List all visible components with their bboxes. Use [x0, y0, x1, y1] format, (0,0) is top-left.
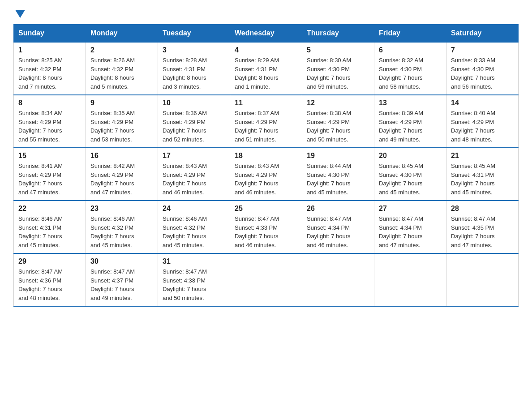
calendar-week-row: 15Sunrise: 8:41 AMSunset: 4:29 PMDayligh… [14, 148, 519, 201]
calendar-cell: 25Sunrise: 8:47 AMSunset: 4:33 PMDayligh… [230, 201, 302, 253]
day-info: Sunrise: 8:44 AMSunset: 4:30 PMDaylight:… [307, 162, 369, 197]
day-number: 21 [451, 152, 514, 160]
logo-triangle-icon [15, 10, 25, 18]
day-number: 12 [307, 99, 369, 107]
day-info: Sunrise: 8:42 AMSunset: 4:29 PMDaylight:… [90, 162, 153, 197]
calendar-cell: 21Sunrise: 8:45 AMSunset: 4:31 PMDayligh… [446, 148, 519, 201]
day-info: Sunrise: 8:47 AMSunset: 4:37 PMDaylight:… [90, 267, 153, 302]
day-info: Sunrise: 8:45 AMSunset: 4:31 PMDaylight:… [451, 162, 514, 197]
day-info: Sunrise: 8:47 AMSunset: 4:38 PMDaylight:… [163, 267, 225, 302]
day-number: 22 [18, 205, 81, 213]
calendar-header-row: SundayMondayTuesdayWednesdayThursdayFrid… [14, 25, 519, 43]
svg-marker-0 [15, 10, 25, 18]
calendar-cell [230, 253, 302, 306]
day-info: Sunrise: 8:35 AMSunset: 4:29 PMDaylight:… [90, 109, 153, 144]
day-number: 3 [163, 46, 225, 54]
calendar-cell: 14Sunrise: 8:40 AMSunset: 4:29 PMDayligh… [446, 95, 519, 148]
day-info: Sunrise: 8:47 AMSunset: 4:34 PMDaylight:… [379, 214, 442, 249]
calendar-cell: 17Sunrise: 8:43 AMSunset: 4:29 PMDayligh… [158, 148, 230, 201]
calendar-cell: 29Sunrise: 8:47 AMSunset: 4:36 PMDayligh… [14, 253, 86, 306]
day-number: 9 [90, 99, 153, 107]
calendar-cell: 20Sunrise: 8:45 AMSunset: 4:30 PMDayligh… [374, 148, 446, 201]
calendar-cell: 6Sunrise: 8:32 AMSunset: 4:30 PMDaylight… [374, 42, 446, 95]
calendar-week-row: 22Sunrise: 8:46 AMSunset: 4:31 PMDayligh… [14, 201, 519, 253]
header-monday: Monday [86, 25, 158, 43]
calendar-cell: 8Sunrise: 8:34 AMSunset: 4:29 PMDaylight… [14, 95, 86, 148]
calendar-cell: 1Sunrise: 8:25 AMSunset: 4:32 PMDaylight… [14, 42, 86, 95]
calendar-cell [446, 253, 519, 306]
day-number: 18 [235, 152, 297, 160]
day-number: 6 [379, 46, 442, 54]
day-info: Sunrise: 8:37 AMSunset: 4:29 PMDaylight:… [235, 109, 297, 144]
day-number: 24 [163, 205, 225, 213]
calendar-week-row: 29Sunrise: 8:47 AMSunset: 4:36 PMDayligh… [14, 253, 519, 306]
day-info: Sunrise: 8:34 AMSunset: 4:29 PMDaylight:… [18, 109, 81, 144]
day-info: Sunrise: 8:33 AMSunset: 4:30 PMDaylight:… [451, 56, 514, 91]
calendar-cell: 2Sunrise: 8:26 AMSunset: 4:32 PMDaylight… [86, 42, 158, 95]
calendar-cell: 4Sunrise: 8:29 AMSunset: 4:31 PMDaylight… [230, 42, 302, 95]
calendar-cell: 26Sunrise: 8:47 AMSunset: 4:34 PMDayligh… [302, 201, 374, 253]
day-number: 19 [307, 152, 369, 160]
header-thursday: Thursday [302, 25, 374, 43]
calendar-cell: 23Sunrise: 8:46 AMSunset: 4:32 PMDayligh… [86, 201, 158, 253]
day-number: 25 [235, 205, 297, 213]
calendar-cell: 13Sunrise: 8:39 AMSunset: 4:29 PMDayligh… [374, 95, 446, 148]
day-number: 27 [379, 205, 442, 213]
calendar-cell: 11Sunrise: 8:37 AMSunset: 4:29 PMDayligh… [230, 95, 302, 148]
day-number: 1 [18, 46, 81, 54]
day-info: Sunrise: 8:36 AMSunset: 4:29 PMDaylight:… [163, 109, 225, 144]
day-info: Sunrise: 8:43 AMSunset: 4:29 PMDaylight:… [163, 162, 225, 197]
day-number: 10 [163, 99, 225, 107]
day-number: 15 [18, 152, 81, 160]
day-info: Sunrise: 8:25 AMSunset: 4:32 PMDaylight:… [18, 56, 81, 91]
calendar-cell: 24Sunrise: 8:46 AMSunset: 4:32 PMDayligh… [158, 201, 230, 253]
logo [13, 9, 25, 20]
day-number: 7 [451, 46, 514, 54]
day-number: 30 [90, 257, 153, 265]
day-number: 28 [451, 205, 514, 213]
day-info: Sunrise: 8:46 AMSunset: 4:32 PMDaylight:… [163, 214, 225, 249]
calendar-week-row: 1Sunrise: 8:25 AMSunset: 4:32 PMDaylight… [14, 42, 519, 95]
day-number: 20 [379, 152, 442, 160]
calendar-cell: 3Sunrise: 8:28 AMSunset: 4:31 PMDaylight… [158, 42, 230, 95]
day-info: Sunrise: 8:28 AMSunset: 4:31 PMDaylight:… [163, 56, 225, 91]
calendar-cell: 12Sunrise: 8:38 AMSunset: 4:29 PMDayligh… [302, 95, 374, 148]
header-sunday: Sunday [14, 25, 86, 43]
calendar-week-row: 8Sunrise: 8:34 AMSunset: 4:29 PMDaylight… [14, 95, 519, 148]
day-info: Sunrise: 8:46 AMSunset: 4:32 PMDaylight:… [90, 214, 153, 249]
page-header [13, 9, 519, 20]
day-info: Sunrise: 8:26 AMSunset: 4:32 PMDaylight:… [90, 56, 153, 91]
calendar-cell: 16Sunrise: 8:42 AMSunset: 4:29 PMDayligh… [86, 148, 158, 201]
day-number: 5 [307, 46, 369, 54]
calendar-cell: 27Sunrise: 8:47 AMSunset: 4:34 PMDayligh… [374, 201, 446, 253]
day-number: 26 [307, 205, 369, 213]
day-number: 31 [163, 257, 225, 265]
header-tuesday: Tuesday [158, 25, 230, 43]
day-info: Sunrise: 8:47 AMSunset: 4:36 PMDaylight:… [18, 267, 81, 302]
calendar-cell: 31Sunrise: 8:47 AMSunset: 4:38 PMDayligh… [158, 253, 230, 306]
header-friday: Friday [374, 25, 446, 43]
calendar-cell [302, 253, 374, 306]
day-number: 16 [90, 152, 153, 160]
day-info: Sunrise: 8:38 AMSunset: 4:29 PMDaylight:… [307, 109, 369, 144]
day-number: 2 [90, 46, 153, 54]
day-info: Sunrise: 8:29 AMSunset: 4:31 PMDaylight:… [235, 56, 297, 91]
day-number: 13 [379, 99, 442, 107]
day-info: Sunrise: 8:32 AMSunset: 4:30 PMDaylight:… [379, 56, 442, 91]
calendar-cell: 15Sunrise: 8:41 AMSunset: 4:29 PMDayligh… [14, 148, 86, 201]
day-info: Sunrise: 8:40 AMSunset: 4:29 PMDaylight:… [451, 109, 514, 144]
day-info: Sunrise: 8:47 AMSunset: 4:35 PMDaylight:… [451, 214, 514, 249]
day-number: 11 [235, 99, 297, 107]
day-number: 23 [90, 205, 153, 213]
calendar-cell: 5Sunrise: 8:30 AMSunset: 4:30 PMDaylight… [302, 42, 374, 95]
day-number: 4 [235, 46, 297, 54]
day-info: Sunrise: 8:43 AMSunset: 4:29 PMDaylight:… [235, 162, 297, 197]
calendar-table: SundayMondayTuesdayWednesdayThursdayFrid… [13, 24, 519, 307]
day-number: 8 [18, 99, 81, 107]
calendar-cell: 10Sunrise: 8:36 AMSunset: 4:29 PMDayligh… [158, 95, 230, 148]
calendar-cell: 18Sunrise: 8:43 AMSunset: 4:29 PMDayligh… [230, 148, 302, 201]
day-number: 29 [18, 257, 81, 265]
header-wednesday: Wednesday [230, 25, 302, 43]
day-info: Sunrise: 8:46 AMSunset: 4:31 PMDaylight:… [18, 214, 81, 249]
calendar-cell [374, 253, 446, 306]
